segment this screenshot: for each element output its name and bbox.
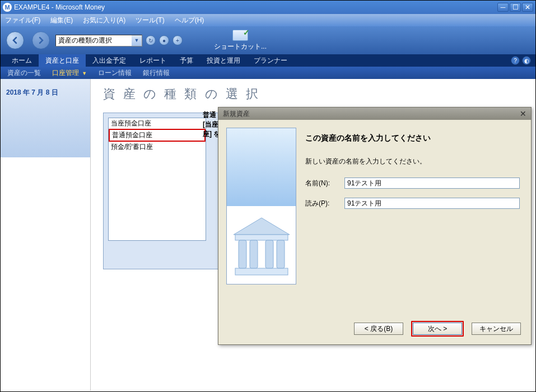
list-item[interactable]: 当座預金口座 <box>109 118 206 129</box>
shortcut-button[interactable]: ショートカット... <box>214 30 267 52</box>
svg-rect-6 <box>277 240 285 268</box>
new-asset-dialog: 新規資産 ✕ この資産の名前を入力してください 新しい資産の名前を入力してくださ… <box>218 107 532 345</box>
sub-tabs: 資産の一覧 口座管理 ▼ ローン情報 銀行情報 <box>1 67 535 79</box>
menu-tools[interactable]: ツール(T) <box>136 16 164 25</box>
tab-invest[interactable]: 投資と運用 <box>200 54 247 67</box>
name-field[interactable] <box>344 178 520 189</box>
tab-budget[interactable]: 入出金予定 <box>86 54 133 67</box>
subtab-asset-list[interactable]: 資産の一覧 <box>7 68 41 78</box>
dialog-title: 新規資産 <box>223 109 250 119</box>
svg-marker-0 <box>234 218 290 235</box>
menu-help[interactable]: ヘルプ(H) <box>175 16 204 25</box>
sidebar-date: 2018 年 7 月 8 日 <box>6 88 85 97</box>
back-button[interactable]: < 戻る(B) <box>354 323 403 335</box>
list-item[interactable]: 普通預金口座 <box>109 129 206 142</box>
yomi-field[interactable] <box>344 198 520 209</box>
go-icon[interactable]: ↻ <box>146 35 156 45</box>
help-tray-icon[interactable]: ? <box>511 56 520 65</box>
dialog-footer: < 戻る(B) 次へ > キャンセル <box>354 321 521 337</box>
bank-building-icon <box>231 217 292 278</box>
window-title: EXAMPLE4 - Microsoft Money <box>14 3 496 11</box>
yomi-label: 読み(P): <box>305 199 344 208</box>
svg-rect-1 <box>235 235 288 240</box>
subtab-account-mgmt[interactable]: 口座管理 ▼ <box>52 68 87 78</box>
title-bar: M EXAMPLE4 - Microsoft Money ─ ☐ ✕ <box>1 1 535 14</box>
subtab-bank[interactable]: 銀行情報 <box>143 68 170 78</box>
web-tray-icon[interactable]: ◐ <box>522 56 531 65</box>
svg-rect-5 <box>265 240 273 268</box>
toolbar: 資産の種類の選択 ▼ ↻ ● + ショートカット... <box>1 26 535 54</box>
tab-accounts[interactable]: 資産と口座 <box>39 54 86 67</box>
svg-rect-4 <box>250 240 258 268</box>
menu-edit[interactable]: 編集(E) <box>50 16 73 25</box>
dialog-heading: この資産の名前を入力してください <box>305 133 520 143</box>
tab-home[interactable]: ホーム <box>5 54 39 67</box>
tab-report[interactable]: レポート <box>133 54 173 67</box>
menu-favorites[interactable]: お気に入り(A) <box>83 16 125 25</box>
stop-icon[interactable]: ● <box>159 35 169 45</box>
dialog-form: この資産の名前を入力してください 新しい資産の名前を入力してください。 名前(N… <box>302 128 523 308</box>
svg-rect-3 <box>239 240 246 268</box>
chevron-down-icon: ▼ <box>82 71 87 76</box>
dialog-titlebar: 新規資産 ✕ <box>218 108 531 120</box>
tab-planner[interactable]: プランナー <box>247 54 294 67</box>
cancel-button[interactable]: キャンセル <box>472 323 521 335</box>
maximize-button[interactable]: ☐ <box>510 3 521 12</box>
close-window-button[interactable]: ✕ <box>522 3 533 12</box>
next-button[interactable]: 次へ > <box>413 323 462 335</box>
list-item[interactable]: 預金/貯蓄口座 <box>109 142 206 152</box>
dialog-hero-image <box>226 128 296 284</box>
nav-back-button[interactable] <box>6 31 24 49</box>
subtab-loan[interactable]: ローン情報 <box>98 68 132 78</box>
name-label: 名前(N): <box>305 179 344 188</box>
svg-rect-2 <box>235 268 288 275</box>
shortcut-label: ショートカット... <box>214 42 267 52</box>
menu-file[interactable]: ファイル(F) <box>5 16 40 25</box>
tab-yotei[interactable]: 予算 <box>173 54 200 67</box>
location-combo-value: 資産の種類の選択 <box>58 36 112 45</box>
page-title: 資 産 の 種 類 の 選 択 <box>103 86 523 102</box>
sidebar: 2018 年 7 月 8 日 <box>1 79 90 391</box>
dialog-close-icon[interactable]: ✕ <box>520 109 526 118</box>
next-button-highlight: 次へ > <box>411 321 464 337</box>
nav-tabs: ホーム 資産と口座 入出金予定 レポート 予算 投資と運用 プランナー ? ◐ <box>1 54 535 67</box>
shortcut-icon <box>232 30 248 41</box>
app-icon: M <box>3 3 12 12</box>
minimize-button[interactable]: ─ <box>497 3 509 12</box>
account-type-listbox[interactable]: 当座預金口座 普通預金口座 預金/貯蓄口座 <box>108 118 206 241</box>
location-combo-dropdown-icon[interactable]: ▼ <box>132 35 142 46</box>
location-combo[interactable]: 資産の種類の選択 ▼ <box>55 35 142 46</box>
nav-forward-button[interactable] <box>32 31 50 49</box>
dialog-hint: 新しい資産の名前を入力してください。 <box>305 157 520 166</box>
refresh-icon[interactable]: + <box>173 35 183 45</box>
menubar: ファイル(F) 編集(E) お気に入り(A) ツール(T) ヘルプ(H) <box>1 14 535 26</box>
